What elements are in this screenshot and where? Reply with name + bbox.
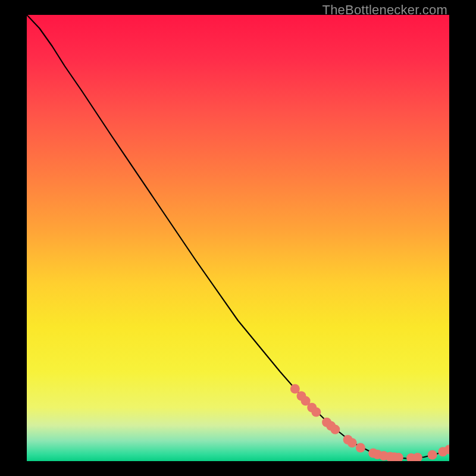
chart-frame: TheBottlenecker.com (0, 0, 476, 476)
data-point (428, 450, 437, 460)
bottleneck-chart (27, 15, 449, 461)
data-point (290, 384, 300, 394)
chart-background (27, 15, 449, 461)
data-point (356, 443, 365, 453)
data-point (311, 408, 321, 417)
data-point (347, 438, 357, 447)
data-point (330, 425, 340, 434)
